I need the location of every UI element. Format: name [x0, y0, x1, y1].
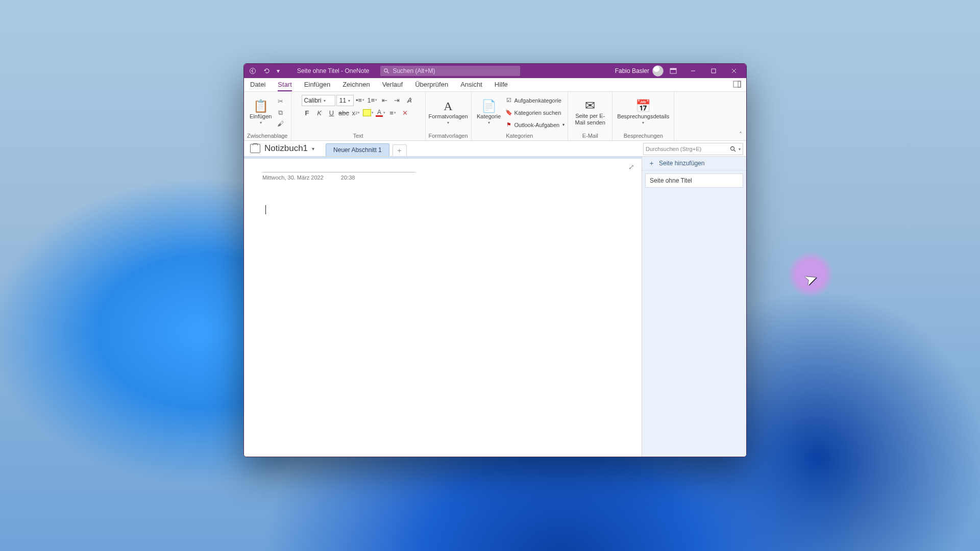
- group-label: Zwischenablage: [247, 131, 288, 140]
- tab-einfuegen[interactable]: Einfügen: [298, 78, 336, 91]
- find-tags-icon: 🔖: [505, 109, 512, 116]
- group-email: ✉ Seite per E- Mail senden E-Mail: [568, 92, 612, 140]
- svg-point-0: [250, 68, 256, 74]
- chevron-down-icon: ▾: [739, 147, 741, 152]
- svg-rect-4: [712, 69, 716, 73]
- highlight-button[interactable]: ▾: [363, 108, 374, 118]
- scissors-icon: ✂: [278, 97, 283, 105]
- page-list-panel: ＋ Seite hinzufügen Seite ohne Titel: [642, 157, 746, 457]
- find-tags-button[interactable]: 🔖Kategorien suchen: [505, 108, 565, 118]
- notebook-picker[interactable]: Notizbuch1 ▾: [244, 141, 321, 156]
- align-icon: ≡: [389, 109, 394, 117]
- section-tab[interactable]: Neuer Abschnitt 1: [326, 143, 389, 156]
- svg-rect-5: [733, 81, 741, 87]
- delete-format-button[interactable]: ✕: [400, 108, 411, 118]
- tab-verlauf[interactable]: Verlauf: [376, 78, 409, 91]
- cut-button[interactable]: ✂: [275, 96, 286, 107]
- align-button[interactable]: ≡▾: [387, 108, 399, 118]
- subscript-button[interactable]: x2▾: [351, 108, 362, 118]
- qat-customize[interactable]: ▾: [275, 65, 282, 77]
- strikethrough-button[interactable]: abc: [338, 108, 350, 118]
- title-bar: ▾ Seite ohne Titel - OneNote Suchen (Alt…: [244, 64, 746, 78]
- outdent-button[interactable]: ⇤: [379, 95, 390, 105]
- group-clipboard: 📋 Einfügen ▾ ✂ ⧉ 🖌 Zwischenablage: [244, 92, 291, 140]
- task-tag-button[interactable]: ☑Aufgabenkategorie: [505, 95, 565, 106]
- onenote-window: ▾ Seite ohne Titel - OneNote Suchen (Alt…: [243, 63, 747, 457]
- tab-datei[interactable]: Datei: [244, 78, 272, 91]
- indent-button[interactable]: ⇥: [391, 95, 403, 105]
- underline-button[interactable]: U: [326, 108, 337, 118]
- group-text: Calibri▾ 11▾ •≡▾ 1≡▾ ⇤ ⇥ A̷ F K: [291, 92, 426, 140]
- group-label: Kategorien: [506, 131, 533, 140]
- minimize-button[interactable]: [683, 64, 703, 78]
- group-label: Formatvorlagen: [429, 131, 468, 140]
- bullets-button[interactable]: •≡▾: [355, 95, 366, 105]
- tab-start[interactable]: Start: [272, 78, 298, 91]
- format-painter-button[interactable]: 🖌: [275, 119, 286, 129]
- letter-a-icon: A: [444, 100, 452, 112]
- outlook-tasks-button[interactable]: ⚑Outlook-Aufgaben▾: [505, 120, 565, 130]
- numbering-icon: 1≡: [368, 96, 375, 104]
- add-section-button[interactable]: ＋: [393, 144, 407, 156]
- undo-button[interactable]: [260, 65, 274, 77]
- section-color-strip: [244, 157, 642, 159]
- qat: ▾: [246, 65, 282, 77]
- indent-icon: ⇥: [394, 96, 400, 104]
- account-button[interactable]: Fabio Basler: [615, 65, 664, 77]
- italic-button[interactable]: K: [314, 108, 325, 118]
- cursor-icon: ➤: [802, 268, 820, 289]
- add-page-button[interactable]: ＋ Seite hinzufügen: [642, 157, 746, 170]
- search-icon: [730, 146, 737, 153]
- x-icon: ✕: [402, 109, 408, 117]
- page-canvas[interactable]: ⤢ Mittwoch, 30. März 2022 20:38: [244, 157, 642, 457]
- close-button[interactable]: [724, 64, 744, 78]
- main-area: ⤢ Mittwoch, 30. März 2022 20:38 ＋ Seite …: [244, 157, 746, 457]
- numbering-button[interactable]: 1≡▾: [367, 95, 378, 105]
- ribbon-mode-button[interactable]: [667, 65, 680, 77]
- copy-button[interactable]: ⧉: [275, 108, 286, 118]
- eraser-a-icon: A̷: [407, 96, 411, 104]
- styles-button[interactable]: A Formatvorlagen ▾: [429, 95, 467, 130]
- tag-button[interactable]: 📄 Kategorie ▾: [475, 95, 503, 130]
- tab-ansicht[interactable]: Ansicht: [454, 78, 488, 91]
- notebook-search[interactable]: Durchsuchen (Strg+E) ▾: [643, 143, 743, 155]
- fullscreen-button[interactable]: ⤢: [628, 163, 634, 171]
- font-size-combo[interactable]: 11▾: [336, 95, 354, 106]
- group-label: Text: [353, 131, 363, 140]
- page-list-item[interactable]: Seite ohne Titel: [645, 173, 743, 188]
- meeting-details-button[interactable]: 📅 Besprechungsdetails ▾: [616, 95, 671, 130]
- bold-button[interactable]: F: [302, 108, 313, 118]
- tab-ueberpruefen[interactable]: Überprüfen: [409, 78, 454, 91]
- svg-point-1: [384, 69, 387, 72]
- svg-rect-6: [738, 81, 741, 87]
- svg-rect-3: [670, 68, 676, 70]
- paste-button[interactable]: 📋 Einfügen ▾: [249, 95, 273, 130]
- page-date: Mittwoch, 30. März 2022: [262, 174, 324, 181]
- title-search-placeholder: Suchen (Alt+M): [393, 67, 435, 74]
- notebook-icon: [250, 144, 260, 153]
- page-title-area[interactable]: Mittwoch, 30. März 2022 20:38: [262, 172, 623, 181]
- tab-zeichnen[interactable]: Zeichnen: [336, 78, 376, 91]
- back-button[interactable]: [246, 65, 259, 77]
- notes-pane-icon[interactable]: [733, 81, 741, 88]
- checkbox-icon: ☑: [505, 97, 512, 104]
- group-label: E-Mail: [582, 131, 598, 140]
- avatar: [652, 65, 664, 77]
- font-name-combo[interactable]: Calibri▾: [302, 95, 335, 106]
- email-page-button[interactable]: ✉ Seite per E- Mail senden: [571, 95, 609, 130]
- maximize-button[interactable]: [703, 64, 724, 78]
- chevron-down-icon: ▾: [312, 146, 314, 152]
- tag-star-icon: 📄: [481, 100, 497, 112]
- desktop-background: ▾ Seite ohne Titel - OneNote Suchen (Alt…: [0, 0, 980, 551]
- window-title: Seite ohne Titel - OneNote: [297, 67, 369, 74]
- title-search[interactable]: Suchen (Alt+M): [380, 66, 520, 76]
- font-color-button[interactable]: A▾: [375, 108, 386, 118]
- title-underline: [262, 172, 415, 172]
- text-caret: [265, 205, 266, 214]
- bullets-icon: •≡: [356, 96, 362, 104]
- clear-format-button[interactable]: A̷: [404, 95, 415, 105]
- brush-icon: 🖌: [277, 120, 284, 128]
- collapse-ribbon-button[interactable]: ˄: [739, 131, 742, 138]
- tab-hilfe[interactable]: Hilfe: [488, 78, 514, 91]
- group-meetings: 📅 Besprechungsdetails ▾ Besprechungen: [612, 92, 674, 140]
